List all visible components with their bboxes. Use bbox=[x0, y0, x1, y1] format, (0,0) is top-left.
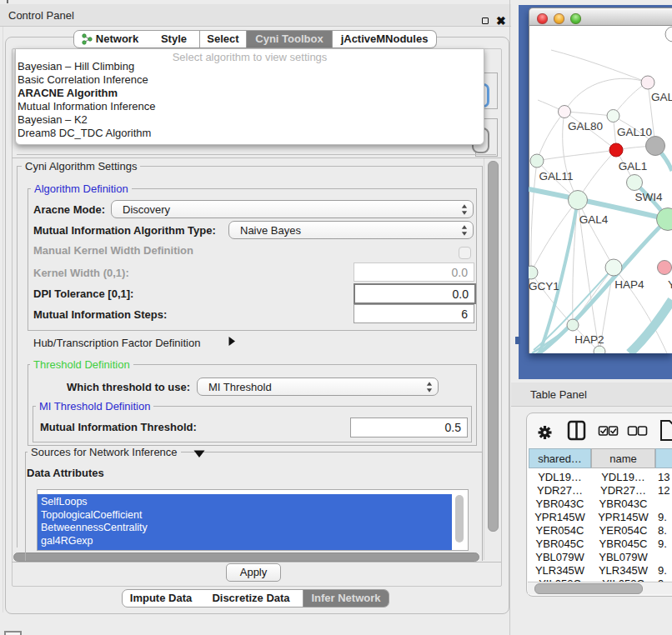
svg-text:GAL1: GAL1 bbox=[619, 160, 648, 172]
svg-text:GAL80: GAL80 bbox=[568, 120, 603, 132]
svg-text:GAL2: GAL2 bbox=[651, 91, 672, 103]
svg-text:HAP2: HAP2 bbox=[574, 333, 604, 346]
svg-text:GAL11: GAL11 bbox=[539, 170, 573, 182]
svg-text:HAP4: HAP4 bbox=[614, 278, 644, 291]
svg-text:GCY1: GCY1 bbox=[529, 280, 559, 292]
svg-text:SWI4: SWI4 bbox=[634, 191, 662, 203]
svg-text:Y: Y bbox=[668, 278, 672, 291]
svg-text:GAL4: GAL4 bbox=[579, 213, 609, 226]
svg-text:GAL10: GAL10 bbox=[617, 126, 652, 138]
